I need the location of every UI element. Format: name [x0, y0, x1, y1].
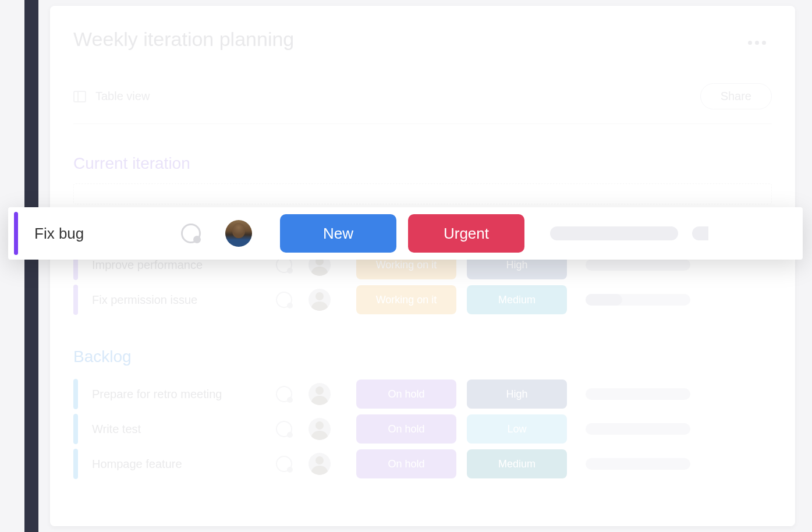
task-title[interactable]: Hompage feature [78, 457, 276, 471]
status-cell[interactable]: Working on it [356, 285, 456, 314]
board-title[interactable]: Weekly iteration planning [73, 28, 772, 51]
section-title-current-iteration[interactable]: Current iteration [73, 154, 772, 173]
priority-cell[interactable]: High [467, 380, 567, 409]
progress-cell[interactable] [586, 458, 690, 470]
comment-icon[interactable] [276, 456, 292, 472]
section-title-backlog[interactable]: Backlog [73, 347, 772, 366]
task-title[interactable]: Improve performance [78, 258, 276, 272]
progress-cell[interactable] [586, 388, 690, 400]
priority-cell[interactable]: Medium [467, 285, 567, 314]
row-accent [14, 212, 18, 255]
more-options-icon[interactable] [748, 41, 766, 45]
task-title[interactable]: Write test [78, 423, 276, 436]
table-row[interactable]: Write test On hold Low [73, 412, 772, 446]
comment-icon[interactable] [276, 386, 292, 402]
priority-cell[interactable]: Medium [467, 449, 567, 478]
row-accent [73, 285, 78, 315]
row-accent [73, 379, 78, 409]
assignee-avatar[interactable] [225, 220, 252, 247]
progress-cell[interactable] [586, 423, 690, 435]
table-row[interactable]: Hompage feature On hold Medium [73, 446, 772, 481]
comment-icon[interactable] [181, 224, 201, 243]
status-cell[interactable]: On hold [356, 414, 456, 444]
row-accent [73, 414, 78, 444]
assignee-avatar[interactable] [309, 418, 331, 440]
board-container: Weekly iteration planning Table view Sha… [50, 6, 795, 526]
assignee-avatar[interactable] [309, 453, 331, 475]
comment-icon[interactable] [276, 421, 292, 437]
highlighted-task-row[interactable]: Fix bug New Urgent [8, 207, 803, 260]
progress-cell[interactable] [550, 226, 678, 240]
table-row[interactable]: Fix permission issue Working on it Mediu… [73, 282, 772, 317]
priority-cell[interactable]: Low [467, 414, 567, 444]
status-cell[interactable]: On hold [356, 380, 456, 409]
progress-cell[interactable] [586, 259, 690, 271]
status-cell[interactable]: New [280, 214, 396, 253]
row-accent [73, 449, 78, 479]
table-row[interactable]: Prepare for retro meeting On hold High [73, 377, 772, 412]
extra-cell [692, 226, 708, 240]
task-title[interactable]: Fix permission issue [78, 293, 276, 307]
table-view-icon [73, 91, 86, 102]
task-title[interactable]: Prepare for retro meeting [78, 388, 276, 401]
share-button[interactable]: Share [700, 83, 772, 109]
view-label: Table view [95, 90, 150, 103]
assignee-avatar[interactable] [309, 289, 331, 311]
assignee-avatar[interactable] [309, 383, 331, 405]
priority-cell[interactable]: Urgent [408, 214, 524, 253]
progress-cell[interactable] [586, 294, 690, 306]
column-header-row [73, 183, 772, 204]
sidebar-stripe [24, 0, 38, 532]
status-cell[interactable]: On hold [356, 449, 456, 478]
view-selector[interactable]: Table view [73, 90, 150, 103]
task-title[interactable]: Fix bug [18, 225, 181, 243]
view-toolbar: Table view Share [73, 83, 772, 124]
comment-icon[interactable] [276, 292, 292, 308]
